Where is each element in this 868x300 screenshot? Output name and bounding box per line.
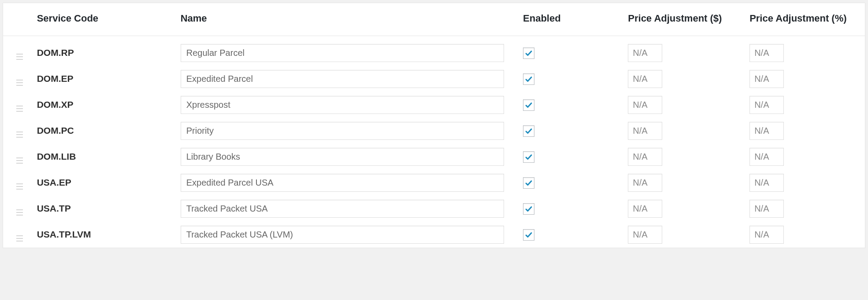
services-table: Service Code Name Enabled Price Adjustme… [3,3,865,248]
header-price-adj-percent: Price Adjustment (%) [743,3,865,36]
services-table-container: Service Code Name Enabled Price Adjustme… [3,3,865,248]
drag-handle-icon[interactable] [16,183,23,190]
price-adj-percent-input[interactable] [749,200,784,218]
enabled-cell [517,222,622,248]
table-row: DOM.RP [3,36,865,66]
service-code-cell: DOM.XP [31,92,174,118]
enabled-cell [517,196,622,222]
service-code-cell: USA.TP [31,196,174,222]
service-code-cell: USA.TP.LVM [31,222,174,248]
table-row: USA.EP [3,170,865,196]
price-adj-dollar-cell [622,196,743,222]
table-row: DOM.EP [3,66,865,92]
price-adj-percent-cell [743,144,865,170]
enabled-checkbox[interactable] [523,177,534,189]
service-name-input[interactable] [181,226,504,244]
price-adj-dollar-cell [622,222,743,248]
service-code-cell: USA.EP [31,170,174,196]
price-adj-percent-cell [743,92,865,118]
drag-handle-icon[interactable] [16,80,23,86]
header-enabled: Enabled [517,3,622,36]
service-name-input[interactable] [181,122,504,140]
enabled-checkbox[interactable] [523,125,534,137]
enabled-cell [517,170,622,196]
price-adj-percent-input[interactable] [749,122,784,140]
name-cell [174,144,517,170]
enabled-cell [517,36,622,66]
price-adj-dollar-input[interactable] [628,200,662,218]
enabled-checkbox[interactable] [523,203,534,215]
price-adj-percent-input[interactable] [749,96,784,114]
service-code-cell: DOM.PC [31,118,174,144]
enabled-checkbox[interactable] [523,99,534,111]
table-row: USA.TP.LVM [3,222,865,248]
table-row: DOM.XP [3,92,865,118]
price-adj-dollar-input[interactable] [628,70,662,88]
table-row: DOM.LIB [3,144,865,170]
drag-handle-icon[interactable] [16,132,23,138]
name-cell [174,92,517,118]
drag-cell [3,196,31,222]
price-adj-dollar-cell [622,66,743,92]
service-name-input[interactable] [181,44,504,62]
table-header-row: Service Code Name Enabled Price Adjustme… [3,3,865,36]
header-name: Name [174,3,517,36]
name-cell [174,222,517,248]
drag-handle-icon[interactable] [16,106,23,112]
price-adj-percent-cell [743,36,865,66]
header-drag [3,3,31,36]
enabled-cell [517,66,622,92]
drag-cell [3,222,31,248]
price-adj-percent-cell [743,118,865,144]
service-name-input[interactable] [181,96,504,114]
price-adj-dollar-input[interactable] [628,226,662,244]
drag-handle-icon[interactable] [16,209,23,216]
drag-handle-icon[interactable] [16,54,23,60]
service-name-input[interactable] [181,174,504,192]
enabled-checkbox[interactable] [523,229,534,241]
enabled-checkbox[interactable] [523,151,534,163]
name-cell [174,66,517,92]
table-row: USA.TP [3,196,865,222]
drag-cell [3,170,31,196]
drag-handle-icon[interactable] [16,235,23,241]
drag-handle-icon[interactable] [16,157,23,164]
price-adj-dollar-input[interactable] [628,174,662,192]
price-adj-dollar-input[interactable] [628,96,662,114]
drag-cell [3,36,31,66]
price-adj-percent-input[interactable] [749,70,784,88]
price-adj-dollar-input[interactable] [628,122,662,140]
price-adj-percent-input[interactable] [749,44,784,62]
price-adj-percent-cell [743,66,865,92]
price-adj-dollar-cell [622,170,743,196]
service-code-cell: DOM.LIB [31,144,174,170]
header-service-code: Service Code [31,3,174,36]
enabled-cell [517,92,622,118]
header-price-adj-dollar: Price Adjustment ($) [622,3,743,36]
price-adj-percent-input[interactable] [749,226,784,244]
name-cell [174,196,517,222]
name-cell [174,170,517,196]
price-adj-dollar-cell [622,36,743,66]
name-cell [174,36,517,66]
service-name-input[interactable] [181,70,504,88]
price-adj-dollar-input[interactable] [628,148,662,166]
service-name-input[interactable] [181,148,504,166]
drag-cell [3,144,31,170]
price-adj-percent-input[interactable] [749,174,784,192]
price-adj-dollar-cell [622,144,743,170]
price-adj-percent-input[interactable] [749,148,784,166]
service-name-input[interactable] [181,200,504,218]
enabled-checkbox[interactable] [523,48,534,59]
enabled-cell [517,144,622,170]
service-code-cell: DOM.EP [31,66,174,92]
drag-cell [3,118,31,144]
price-adj-dollar-cell [622,92,743,118]
table-row: DOM.PC [3,118,865,144]
price-adj-percent-cell [743,222,865,248]
drag-cell [3,92,31,118]
enabled-checkbox[interactable] [523,73,534,85]
name-cell [174,118,517,144]
price-adj-percent-cell [743,170,865,196]
price-adj-dollar-input[interactable] [628,44,662,62]
